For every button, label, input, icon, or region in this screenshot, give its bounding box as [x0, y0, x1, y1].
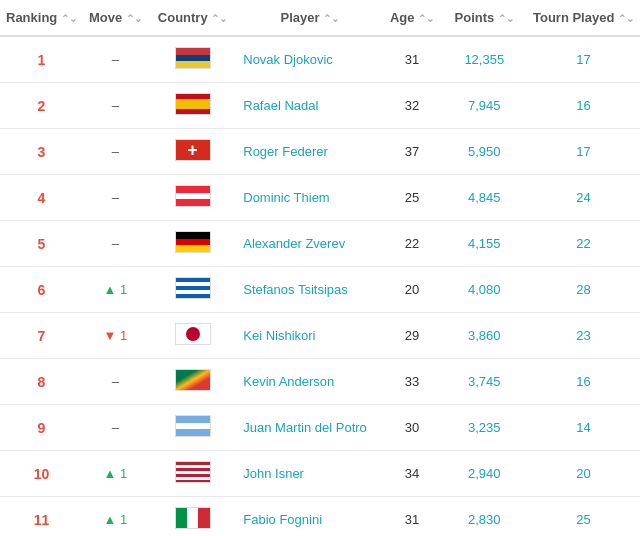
flag-ita — [175, 507, 211, 529]
col-country[interactable]: Country ⌃⌄ — [148, 0, 237, 36]
age-sort-icon: ⌃⌄ — [418, 13, 434, 24]
table-row: 2–Rafael Nadal327,94516 — [0, 83, 640, 129]
country-cell — [148, 451, 237, 497]
player-name[interactable]: Rafael Nadal — [237, 83, 382, 129]
move-cell: – — [83, 83, 148, 129]
table-row: 1–Novak Djokovic3112,35517 — [0, 36, 640, 83]
points-sort-icon: ⌃⌄ — [498, 13, 514, 24]
flag-srb — [175, 47, 211, 69]
country-cell — [148, 313, 237, 359]
player-name[interactable]: Novak Djokovic — [237, 36, 382, 83]
table-row: 10▲ 1John Isner342,94020 — [0, 451, 640, 497]
points-cell: 5,950 — [442, 129, 527, 175]
tourn-cell: 24 — [527, 175, 640, 221]
table-row: 5–Alexander Zverev224,15522 — [0, 221, 640, 267]
country-cell — [148, 267, 237, 313]
country-cell — [148, 36, 237, 83]
rank-cell: 6 — [0, 267, 83, 313]
rank-cell: 10 — [0, 451, 83, 497]
tourn-cell: 25 — [527, 497, 640, 537]
age-cell: 31 — [383, 497, 442, 537]
age-cell: 34 — [383, 451, 442, 497]
tourn-cell: 14 — [527, 405, 640, 451]
move-cell: – — [83, 129, 148, 175]
player-sort-icon: ⌃⌄ — [323, 13, 339, 24]
age-cell: 31 — [383, 36, 442, 83]
country-cell — [148, 129, 237, 175]
age-cell: 20 — [383, 267, 442, 313]
player-name[interactable]: Kevin Anderson — [237, 359, 382, 405]
flag-jpn — [175, 323, 211, 345]
move-cell: ▼ 1 — [83, 313, 148, 359]
flag-sui — [175, 139, 211, 161]
country-cell — [148, 359, 237, 405]
rank-cell: 11 — [0, 497, 83, 537]
move-up-icon: ▲ 1 — [104, 512, 128, 527]
country-cell — [148, 83, 237, 129]
points-cell: 2,940 — [442, 451, 527, 497]
points-cell: 4,080 — [442, 267, 527, 313]
table-row: 11▲ 1Fabio Fognini312,83025 — [0, 497, 640, 537]
player-name[interactable]: Fabio Fognini — [237, 497, 382, 537]
table-row: 7▼ 1Kei Nishikori293,86023 — [0, 313, 640, 359]
points-cell: 3,235 — [442, 405, 527, 451]
tourn-cell: 16 — [527, 83, 640, 129]
tourn-cell: 17 — [527, 36, 640, 83]
table-row: 6▲ 1Stefanos Tsitsipas204,08028 — [0, 267, 640, 313]
col-move[interactable]: Move ⌃⌄ — [83, 0, 148, 36]
tourn-cell: 23 — [527, 313, 640, 359]
flag-arg — [175, 415, 211, 437]
points-cell: 3,745 — [442, 359, 527, 405]
country-cell — [148, 175, 237, 221]
rank-cell: 8 — [0, 359, 83, 405]
move-up-icon: ▲ 1 — [104, 466, 128, 481]
player-name[interactable]: Alexander Zverev — [237, 221, 382, 267]
player-name[interactable]: John Isner — [237, 451, 382, 497]
flag-rsa — [175, 369, 211, 391]
move-cell: – — [83, 36, 148, 83]
table-row: 3–Roger Federer375,95017 — [0, 129, 640, 175]
flag-usa — [175, 461, 211, 483]
ranking-sort-icon: ⌃⌄ — [61, 13, 77, 24]
points-cell: 7,945 — [442, 83, 527, 129]
move-cell: ▲ 1 — [83, 451, 148, 497]
table-row: 9–Juan Martin del Potro303,23514 — [0, 405, 640, 451]
player-name[interactable]: Juan Martin del Potro — [237, 405, 382, 451]
age-cell: 29 — [383, 313, 442, 359]
rank-cell: 2 — [0, 83, 83, 129]
tourn-cell: 28 — [527, 267, 640, 313]
age-cell: 22 — [383, 221, 442, 267]
tourn-cell: 22 — [527, 221, 640, 267]
col-age[interactable]: Age ⌃⌄ — [383, 0, 442, 36]
col-tourn[interactable]: Tourn Played ⌃⌄ — [527, 0, 640, 36]
col-player[interactable]: Player ⌃⌄ — [237, 0, 382, 36]
player-name[interactable]: Stefanos Tsitsipas — [237, 267, 382, 313]
tourn-cell: 16 — [527, 359, 640, 405]
flag-gre — [175, 277, 211, 299]
player-name[interactable]: Dominic Thiem — [237, 175, 382, 221]
move-sort-icon: ⌃⌄ — [126, 13, 142, 24]
rank-cell: 7 — [0, 313, 83, 359]
table-row: 4–Dominic Thiem254,84524 — [0, 175, 640, 221]
col-ranking[interactable]: Ranking ⌃⌄ — [0, 0, 83, 36]
country-cell — [148, 405, 237, 451]
points-cell: 12,355 — [442, 36, 527, 83]
move-cell: – — [83, 175, 148, 221]
rank-cell: 9 — [0, 405, 83, 451]
flag-esp — [175, 93, 211, 115]
age-cell: 30 — [383, 405, 442, 451]
age-cell: 32 — [383, 83, 442, 129]
tourn-cell: 17 — [527, 129, 640, 175]
rank-cell: 4 — [0, 175, 83, 221]
rank-cell: 5 — [0, 221, 83, 267]
player-name[interactable]: Kei Nishikori — [237, 313, 382, 359]
col-points[interactable]: Points ⌃⌄ — [442, 0, 527, 36]
rank-cell: 1 — [0, 36, 83, 83]
rankings-table: Ranking ⌃⌄ Move ⌃⌄ Country ⌃⌄ Player ⌃⌄ … — [0, 0, 640, 536]
move-cell: – — [83, 405, 148, 451]
flag-ger — [175, 231, 211, 253]
points-cell: 3,860 — [442, 313, 527, 359]
player-name[interactable]: Roger Federer — [237, 129, 382, 175]
table-header-row: Ranking ⌃⌄ Move ⌃⌄ Country ⌃⌄ Player ⌃⌄ … — [0, 0, 640, 36]
move-down-icon: ▼ 1 — [104, 328, 128, 343]
